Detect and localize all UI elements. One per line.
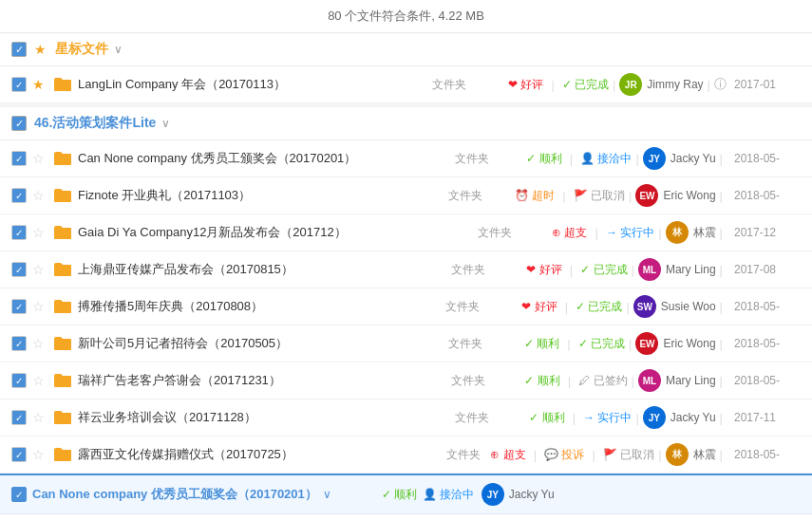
file-name: 搏雅传播5周年庆典（20170808） (78, 298, 440, 315)
file-type: 文件夹 (432, 77, 466, 93)
star-icon[interactable]: ☆ (32, 151, 47, 166)
row-checkbox[interactable] (11, 447, 27, 462)
row-checkbox[interactable] (11, 336, 27, 351)
sub-person: Jacky Yu (509, 488, 555, 501)
folder-icon (53, 188, 72, 203)
status-tag-2: 🚩 已取消 (574, 188, 625, 204)
table-row: ☆ 上海鼎亚传媒产品发布会（20170815） 文件夹 ❤ 好评 | ✓ 已完成… (0, 251, 812, 288)
summary-text: 80 个文件符合条件, 4.22 MB (328, 9, 484, 23)
sub-avatar: JY (482, 483, 504, 506)
sub-section-header[interactable]: Can None company 优秀员工颁奖会（20170201） ∨ ✓ 顺… (0, 474, 812, 514)
file-name: 上海鼎亚传媒产品发布会（20170815） (78, 261, 445, 278)
info-icon: ⓘ (714, 76, 727, 93)
row-checkbox[interactable] (11, 410, 27, 425)
date: 2017-08 (734, 263, 801, 276)
person-name: Mary Ling (666, 263, 716, 276)
row-checkbox[interactable] (11, 225, 27, 240)
sub-title: Can None company 优秀员工颁奖会（20170201） (32, 486, 317, 503)
status-tag-1: ✓ 顺利 (524, 373, 559, 389)
sub-checkbox[interactable] (11, 487, 27, 502)
star-icon: ★ (34, 42, 49, 57)
status-tag-2: ✓ 已完成 (576, 299, 622, 315)
table-row: ☆ 祥云业务培训会议（20171128） 文件夹 ✓ 顺利 | → 实行中 | … (0, 399, 812, 436)
table-row: ☆ Can None company 优秀员工颁奖会（20170201） 文件夹… (0, 140, 812, 177)
avatar: EW (635, 184, 658, 207)
date: 2018-05- (734, 152, 801, 165)
table-row: ☆ 露西亚文化传媒捐赠仪式（20170725） 文件夹 ⊕ 超支 | 💬 投诉 … (0, 436, 812, 474)
status-tag-2: ✓ 已完成 (578, 336, 625, 352)
star-icon[interactable]: ☆ (32, 262, 47, 277)
status-area: ✓ 顺利 | ✓ 已完成 (492, 336, 625, 352)
table-row: ☆ Gaia Di Ya Company12月新品发布会（201712） 文件夹… (0, 214, 812, 251)
folder-icon (53, 225, 72, 240)
status-area: ✓ 顺利 | 👤 接洽中 (499, 151, 632, 167)
date: 2018-05- (734, 337, 801, 350)
date: 2017-01 (734, 78, 801, 91)
row-checkbox[interactable] (11, 151, 27, 166)
file-type: 文件夹 (448, 336, 482, 352)
star-icon[interactable]: ☆ (32, 336, 47, 351)
file-type: 文件夹 (455, 151, 489, 167)
status-area: ✓ 顺利 | 🖊 已签约 (495, 373, 628, 389)
person-name: Eric Wong (663, 337, 715, 350)
file-type: 文件夹 (451, 373, 485, 389)
status-area: ❤ 好评 | ✓ 已完成 (489, 299, 622, 315)
folder-icon (53, 299, 72, 314)
folder-icon (53, 151, 72, 166)
person-name: 林震 (693, 447, 716, 463)
star-icon[interactable]: ★ (32, 77, 47, 92)
status-tag-2: 👤 接洽中 (580, 151, 632, 167)
star-icon[interactable]: ☆ (32, 447, 47, 462)
avatar: 林 (666, 221, 689, 244)
file-type: 文件夹 (445, 299, 480, 315)
file-name: 瑞祥广告老客户答谢会（20171231） (78, 372, 445, 389)
folder-icon (53, 336, 72, 351)
avatar: JY (643, 406, 666, 429)
folder-icon (53, 77, 72, 92)
sub-status-2: 👤 接洽中 (423, 487, 474, 503)
avatar: SW (633, 295, 656, 318)
check-icon: ✓ (562, 78, 572, 91)
avatar: EW (635, 332, 658, 355)
row-checkbox[interactable] (11, 299, 27, 314)
star-icon[interactable]: ☆ (32, 299, 47, 314)
sub-files-container: ☆ XLSX 优秀员工名单 .xlsx 文件 ★ 名单 2018-05- ☆ J… (0, 514, 812, 520)
status-area: ❤ 好评 | ✓ 已完成 (495, 262, 628, 278)
group-section-header[interactable]: 46.活动策划案件Lite ∨ (0, 107, 812, 140)
row-checkbox[interactable] (11, 373, 27, 388)
star-icon[interactable]: ☆ (32, 373, 47, 388)
date: 2018-05- (734, 374, 801, 387)
status-tag-2: ✓ 已完成 (580, 262, 627, 278)
folder-icon (53, 410, 72, 425)
file-name: Fiznote 开业典礼（20171103） (78, 187, 443, 204)
person-name: Jimmy Ray (647, 78, 703, 91)
status-tag-1: ⊕ 超支 (490, 447, 525, 463)
star-icon[interactable]: ☆ (32, 188, 47, 203)
status-area: ⏰ 超时 | 🚩 已取消 (492, 188, 625, 204)
row-checkbox[interactable] (11, 262, 27, 277)
row-checkbox[interactable] (11, 188, 27, 203)
starred-section-header[interactable]: ★ 星标文件 ∨ (0, 33, 812, 66)
status-tag-1: ✓ 顺利 (524, 336, 559, 352)
person-name: Jacky Yu (670, 152, 716, 165)
date: 2018-05- (734, 300, 801, 313)
file-type: 文件夹 (451, 262, 485, 278)
file-name: Gaia Di Ya Company12月新品发布会（201712） (78, 224, 472, 241)
status-area: ⊕ 超支 | → 实行中 (521, 225, 654, 241)
folder-icon (53, 262, 72, 277)
status-tag-1: ✓ 顺利 (529, 410, 564, 426)
status-tag-2: → 实行中 (583, 410, 632, 426)
star-icon[interactable]: ☆ (32, 410, 47, 425)
status-tag-3: 🚩 已取消 (603, 447, 654, 463)
date: 2018-05- (734, 189, 801, 202)
row-checkbox[interactable] (11, 77, 27, 92)
status-area: ⊕ 超支 | 💬 投诉 |🚩 已取消 (490, 447, 654, 463)
starred-checkbox[interactable] (11, 42, 27, 57)
starred-chevron: ∨ (114, 43, 123, 56)
file-type: 文件夹 (448, 188, 482, 204)
status-area: ✓ 顺利 | → 实行中 (499, 410, 632, 426)
group-checkbox[interactable] (11, 116, 27, 131)
file-name: 新叶公司5月记者招待会（20170505） (78, 335, 443, 352)
date: 2017-12 (734, 226, 801, 239)
star-icon[interactable]: ☆ (32, 225, 47, 240)
